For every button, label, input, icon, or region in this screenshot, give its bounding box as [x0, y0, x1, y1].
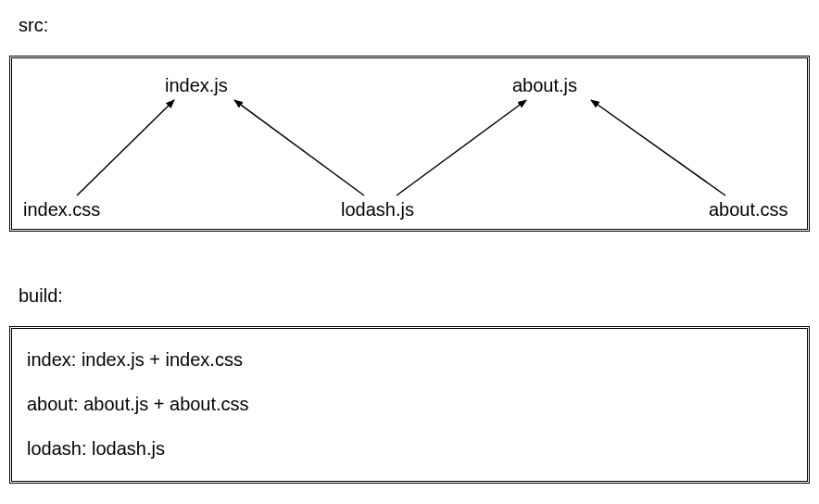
diagram-root: src: index.js about.js index.css lodash.… [0, 0, 819, 504]
build-line-index: index: index.js + index.css [27, 349, 243, 371]
build-box: index: index.js + index.css about: about… [9, 326, 810, 484]
arrow-aboutcss-to-aboutjs [591, 100, 725, 195]
build-line-about: about: about.js + about.css [27, 394, 249, 415]
arrow-indexcss-to-indexjs [77, 100, 174, 195]
arrow-lodash-to-indexjs [234, 100, 364, 195]
build-label: build: [19, 285, 63, 307]
src-box: index.js about.js index.css lodash.js ab… [9, 56, 810, 232]
node-index-css: index.css [23, 199, 100, 220]
arrow-lodash-to-aboutjs [397, 100, 526, 195]
node-about-css: about.css [709, 199, 788, 220]
build-line-lodash: lodash: lodash.js [27, 438, 165, 460]
src-label: src: [19, 15, 48, 36]
node-lodash-js: lodash.js [341, 199, 414, 220]
node-index-js: index.js [165, 75, 228, 96]
node-about-js: about.js [512, 75, 577, 96]
